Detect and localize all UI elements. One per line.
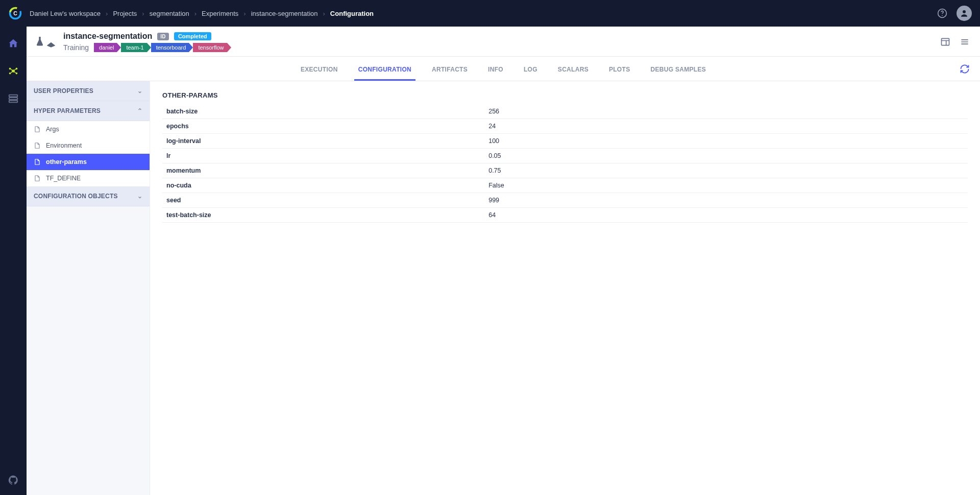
config-sidebar: USER PROPERTIES⌄HYPER PARAMETERS⌃ArgsEnv…	[27, 81, 150, 495]
svg-point-10	[16, 73, 18, 75]
param-key: epochs	[162, 119, 484, 134]
config-area: USER PROPERTIES⌄HYPER PARAMETERS⌃ArgsEnv…	[27, 81, 980, 495]
svg-text:C: C	[13, 10, 17, 16]
svg-rect-11	[9, 95, 18, 97]
chevron-up-icon: ⌃	[137, 107, 142, 114]
sidebar-section-label: CONFIGURATION OBJECTS	[34, 193, 118, 200]
param-key: log-interval	[162, 134, 484, 149]
sidebar-section-label: USER PROPERTIES	[34, 87, 93, 95]
param-value: False	[484, 178, 968, 193]
params-table: batch-size256epochs24log-interval100lr0.…	[162, 104, 968, 223]
param-key: momentum	[162, 163, 484, 178]
top-bar-left: C Daniel Lew's workspace›Projects›segmen…	[8, 6, 374, 20]
experiment-type-icons	[35, 36, 56, 48]
file-icon	[34, 175, 41, 182]
home-icon[interactable]	[8, 38, 19, 49]
param-key: batch-size	[162, 104, 484, 119]
tab-info[interactable]: INFO	[488, 58, 503, 80]
param-row[interactable]: epochs24	[162, 119, 968, 134]
svg-point-4	[942, 15, 943, 16]
breadcrumbs: Daniel Lew's workspace›Projects›segmenta…	[30, 10, 374, 17]
param-row[interactable]: batch-size256	[162, 104, 968, 119]
tag[interactable]: tensorflow	[193, 43, 227, 52]
param-value: 999	[484, 193, 968, 208]
left-rail	[0, 27, 27, 495]
param-row[interactable]: test-batch-size64	[162, 208, 968, 223]
sidebar-section-user-properties[interactable]: USER PROPERTIES⌄	[27, 81, 150, 101]
chevron-down-icon: ⌄	[137, 87, 142, 95]
file-icon	[34, 142, 41, 149]
experiment-header: instance-segmentation ID Completed Train…	[27, 27, 980, 57]
content-area: instance-segmentation ID Completed Train…	[27, 27, 980, 495]
param-row[interactable]: no-cudaFalse	[162, 178, 968, 193]
top-bar: C Daniel Lew's workspace›Projects›segmen…	[0, 0, 980, 27]
breadcrumb-item[interactable]: segmentation	[150, 10, 189, 17]
param-key: lr	[162, 149, 484, 163]
sidebar-item-label: Args	[46, 126, 59, 133]
param-key: seed	[162, 193, 484, 208]
param-value: 64	[484, 208, 968, 223]
chevron-right-icon: ›	[323, 10, 325, 17]
sidebar-section-hyper-parameters[interactable]: HYPER PARAMETERS⌃	[27, 101, 150, 121]
menu-icon[interactable]	[960, 37, 970, 47]
tab-artifacts[interactable]: ARTIFACTS	[432, 58, 468, 80]
layout-icon[interactable]	[940, 37, 950, 47]
svg-point-7	[9, 68, 11, 70]
tag[interactable]: team-1	[121, 43, 146, 52]
help-icon[interactable]	[937, 8, 947, 18]
breadcrumb-item[interactable]: Configuration	[330, 10, 374, 17]
param-row[interactable]: momentum0.75	[162, 163, 968, 178]
sidebar-item-other-params[interactable]: other-params	[27, 154, 150, 170]
experiments-icon[interactable]	[8, 65, 19, 77]
svg-rect-14	[942, 38, 949, 45]
svg-rect-13	[9, 101, 18, 103]
param-row[interactable]: lr0.05	[162, 149, 968, 163]
sidebar-section-label: HYPER PARAMETERS	[34, 107, 101, 114]
breadcrumb-item[interactable]: Experiments	[202, 10, 238, 17]
sidebar-section-configuration-objects[interactable]: CONFIGURATION OBJECTS⌄	[27, 186, 150, 206]
tab-scalars[interactable]: SCALARS	[558, 58, 589, 80]
svg-point-8	[16, 68, 18, 70]
tab-execution[interactable]: EXECUTION	[301, 58, 338, 80]
file-icon	[34, 126, 41, 133]
sidebar-item-label: Environment	[46, 142, 82, 149]
chevron-right-icon: ›	[194, 10, 197, 17]
status-badge: Completed	[174, 32, 211, 40]
tag[interactable]: daniel	[94, 43, 117, 52]
github-icon[interactable]	[8, 475, 19, 486]
tab-log[interactable]: LOG	[524, 58, 537, 80]
param-value: 0.75	[484, 163, 968, 178]
file-icon	[34, 158, 41, 166]
chevron-right-icon: ›	[142, 10, 144, 17]
chevron-right-icon: ›	[106, 10, 108, 17]
chevron-down-icon: ⌄	[137, 193, 142, 200]
breadcrumb-item[interactable]: instance-segmentation	[251, 10, 318, 17]
sidebar-item-label: TF_DEFINE	[46, 175, 81, 182]
breadcrumb-item[interactable]: Projects	[113, 10, 137, 17]
param-row[interactable]: log-interval100	[162, 134, 968, 149]
sidebar-item-args[interactable]: Args	[27, 121, 150, 137]
param-value: 100	[484, 134, 968, 149]
param-key: test-batch-size	[162, 208, 484, 223]
param-row[interactable]: seed999	[162, 193, 968, 208]
sidebar-item-label: other-params	[46, 158, 87, 166]
user-avatar[interactable]	[957, 6, 972, 21]
main-area: instance-segmentation ID Completed Train…	[0, 27, 980, 495]
tab-configuration[interactable]: CONFIGURATION	[358, 58, 411, 80]
tag-strip: danielteam-1tensorboardtensorflow	[94, 43, 231, 52]
sidebar-item-environment[interactable]: Environment	[27, 137, 150, 154]
param-key: no-cuda	[162, 178, 484, 193]
app-logo[interactable]: C	[8, 6, 22, 20]
breadcrumb-item[interactable]: Daniel Lew's workspace	[30, 10, 101, 17]
svg-point-9	[9, 73, 11, 75]
param-value: 256	[484, 104, 968, 119]
id-badge[interactable]: ID	[157, 33, 169, 40]
param-value: 24	[484, 119, 968, 134]
tab-bar: EXECUTIONCONFIGURATIONARTIFACTSINFOLOGSC…	[27, 57, 980, 81]
tab-debug-samples[interactable]: DEBUG SAMPLES	[650, 58, 706, 80]
tab-plots[interactable]: PLOTS	[609, 58, 630, 80]
refresh-icon[interactable]	[960, 64, 970, 74]
tag[interactable]: tensorboard	[151, 43, 189, 52]
sidebar-item-tf-define[interactable]: TF_DEFINE	[27, 170, 150, 186]
servers-icon[interactable]	[8, 93, 19, 104]
